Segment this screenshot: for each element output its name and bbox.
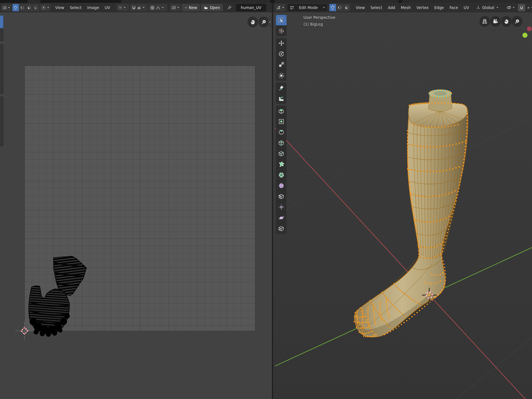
- edge-slide-icon: [278, 193, 285, 200]
- tool-cursor[interactable]: [276, 26, 287, 36]
- chevron-down-icon: [47, 7, 49, 8]
- gizmo-axis-green-dot[interactable]: [522, 33, 527, 38]
- snap-magnet-icon[interactable]: [131, 5, 136, 10]
- tool-inset-faces[interactable]: [276, 116, 287, 127]
- view-perspective-label: User Perspective: [303, 14, 335, 21]
- uv-editor-menubar: View Select Image UV: [52, 3, 113, 12]
- falloff-curve-icon[interactable]: [156, 5, 160, 10]
- vertex-select-button[interactable]: [329, 4, 336, 11]
- snapping-group: [130, 4, 147, 11]
- pivot-dropdown[interactable]: [117, 4, 129, 11]
- edge-select-icon: [337, 5, 342, 10]
- face-select-icon: [345, 5, 349, 10]
- tool-bevel[interactable]: [276, 127, 287, 138]
- workspace-tab-fragment[interactable]: [121, 0, 270, 3]
- uv-zoom-button[interactable]: [258, 17, 269, 27]
- edge-select-button[interactable]: [336, 4, 343, 11]
- orientation-dropdown[interactable]: Global: [475, 4, 503, 11]
- uv-canvas[interactable]: ‹: [0, 12, 272, 399]
- menu-select[interactable]: Select: [368, 3, 385, 12]
- menu-view[interactable]: View: [353, 3, 368, 12]
- editor-type-dropdown[interactable]: [275, 4, 285, 11]
- smooth-icon: [278, 182, 285, 189]
- tool-move[interactable]: [276, 38, 287, 49]
- tool-smooth[interactable]: [276, 180, 287, 191]
- pan-button[interactable]: [501, 16, 512, 27]
- menu-vertex[interactable]: Vertex: [413, 3, 431, 12]
- rip-region-icon: [278, 225, 285, 232]
- tool-shear[interactable]: [276, 213, 287, 223]
- menu-view[interactable]: View: [52, 3, 67, 12]
- plus-icon: [185, 6, 187, 10]
- sticky-select-dropdown[interactable]: [40, 4, 51, 11]
- zoom-plus-icon: [261, 19, 267, 25]
- camera-view-button[interactable]: [490, 16, 501, 27]
- menu-face[interactable]: Face: [447, 3, 461, 12]
- tool-spin[interactable]: [276, 170, 287, 180]
- sidebar-collapse-arrow[interactable]: ‹: [268, 16, 272, 27]
- menu-edge[interactable]: Edge: [432, 3, 447, 12]
- workspace-tab-fragment[interactable]: [275, 0, 399, 3]
- floor-grid-lines: [273, 119, 532, 399]
- edit-mode-icon: [290, 6, 294, 10]
- image-name-field[interactable]: human_UV: [236, 4, 266, 11]
- snap-target-icon[interactable]: [137, 6, 141, 10]
- snap-target-icon: [527, 5, 530, 10]
- workspace-tab-fragment[interactable]: [402, 0, 532, 3]
- gizmo-axis-red-dot[interactable]: [527, 26, 532, 31]
- tool-knife[interactable]: [276, 148, 287, 159]
- menu-uv[interactable]: UV: [102, 3, 113, 12]
- measure-icon: [278, 95, 285, 102]
- edge-select-icon: [20, 6, 24, 10]
- tool-poly-build[interactable]: [276, 159, 287, 170]
- leg-mesh[interactable]: [354, 90, 468, 337]
- scale-icon: [278, 61, 285, 68]
- tool-annotate[interactable]: [276, 83, 287, 93]
- face-select-button[interactable]: [343, 4, 350, 11]
- menu-uv[interactable]: UV: [461, 3, 472, 12]
- snap-settings-dropdown[interactable]: [526, 4, 532, 11]
- tool-rotate[interactable]: [276, 49, 287, 59]
- tool-measure[interactable]: [276, 93, 287, 104]
- uv-island-foot[interactable]: [29, 286, 70, 337]
- tool-select-box[interactable]: [276, 15, 287, 26]
- mode-dropdown[interactable]: Edit Mode: [288, 4, 327, 11]
- uv-select-island[interactable]: [33, 4, 39, 11]
- viewport-canvas[interactable]: User Perspective (1) BigLeg: [273, 12, 532, 399]
- menu-mesh[interactable]: Mesh: [398, 3, 414, 12]
- image-browse-dropdown[interactable]: [170, 4, 181, 11]
- menu-image[interactable]: Image: [84, 3, 102, 12]
- menu-select[interactable]: Select: [67, 3, 84, 12]
- uv-unwrap-layer[interactable]: [0, 12, 272, 399]
- uv-2d-cursor: [16, 322, 33, 340]
- chevron-down-icon: [513, 7, 515, 8]
- tool-rip-region[interactable]: [276, 223, 287, 234]
- proportional-icon[interactable]: [150, 5, 155, 10]
- workspace-tab-fragment[interactable]: [28, 0, 41, 3]
- uv-select-face[interactable]: [26, 4, 33, 11]
- axis-line-red: [275, 128, 525, 399]
- uv-pan-button[interactable]: [247, 17, 258, 27]
- pin-toggle[interactable]: [225, 4, 233, 11]
- menu-add[interactable]: Add: [385, 3, 398, 12]
- zoom-button[interactable]: [512, 16, 522, 27]
- editor-type-dropdown[interactable]: [1, 4, 11, 11]
- tool-scale[interactable]: [276, 59, 287, 70]
- tool-edge-slide[interactable]: [276, 191, 287, 202]
- tool-extrude-region[interactable]: [276, 106, 287, 116]
- ortho-toggle-button[interactable]: [479, 16, 490, 27]
- snap-toggle[interactable]: [518, 4, 525, 11]
- move-icon: [278, 40, 285, 46]
- new-image-button[interactable]: New: [182, 4, 200, 11]
- tool-transform[interactable]: [276, 70, 287, 81]
- scene-3d[interactable]: [273, 12, 532, 399]
- tool-shrink-fatten[interactable]: [276, 202, 287, 213]
- open-image-button[interactable]: Open: [201, 4, 223, 11]
- transform-icon: [278, 72, 285, 79]
- tool-loop-cut[interactable]: [276, 138, 287, 148]
- uv-select-edge[interactable]: [19, 4, 26, 11]
- viewport-header: Edit Mode View Select Add Mesh Vertex Ed…: [273, 3, 532, 13]
- uv-select-vertex[interactable]: [12, 4, 19, 11]
- pivot-point-dropdown[interactable]: [505, 4, 517, 11]
- camera-view-icon: [492, 18, 499, 24]
